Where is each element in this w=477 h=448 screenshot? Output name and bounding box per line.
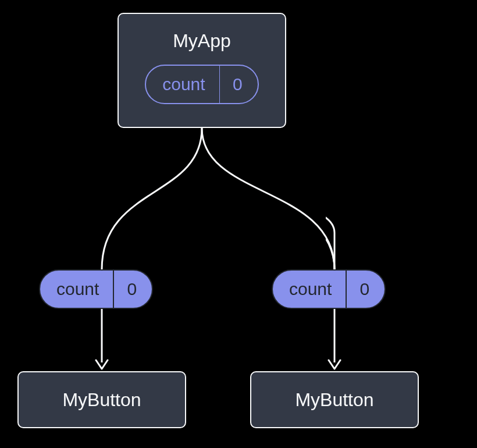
child-component-title: MyButton bbox=[295, 389, 373, 411]
child-component-box-right: MyButton bbox=[250, 371, 419, 428]
prop-label: count bbox=[273, 271, 346, 308]
parent-component-title: MyApp bbox=[173, 30, 231, 52]
child-component-title: MyButton bbox=[62, 389, 141, 411]
prop-pill-right: count 0 bbox=[272, 269, 386, 309]
prop-value: 0 bbox=[347, 271, 385, 308]
state-value: 0 bbox=[220, 66, 258, 103]
arrow-down-icon bbox=[95, 309, 109, 373]
parent-component-box: MyApp count 0 bbox=[118, 13, 286, 128]
prop-label: count bbox=[40, 271, 113, 308]
state-label: count bbox=[146, 66, 219, 103]
arrow-down-icon bbox=[328, 309, 341, 373]
parent-state-pill: count 0 bbox=[145, 65, 259, 104]
svg-rect-0 bbox=[93, 128, 326, 269]
prop-value: 0 bbox=[114, 271, 152, 308]
child-component-box-left: MyButton bbox=[17, 371, 186, 428]
prop-pill-left: count 0 bbox=[39, 269, 153, 309]
